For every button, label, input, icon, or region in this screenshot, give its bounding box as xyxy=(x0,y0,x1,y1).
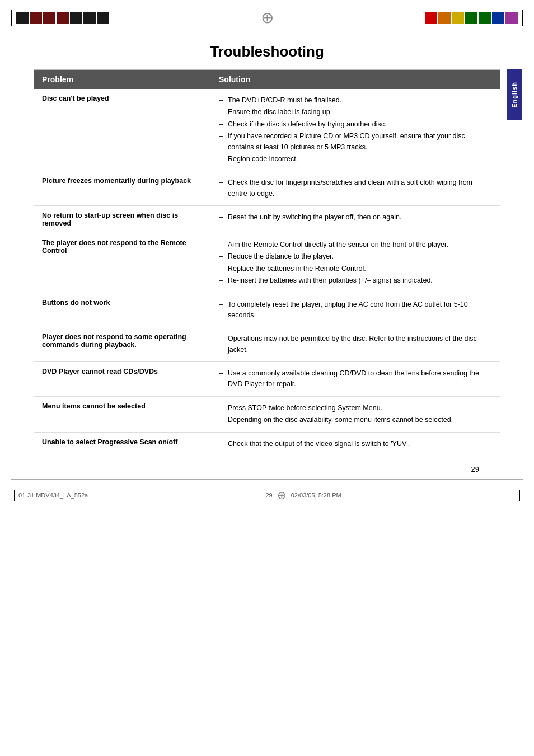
color-block-3 xyxy=(43,12,55,24)
solution-list: –Use a commonly available cleaning CD/DV… xyxy=(219,368,492,391)
table-row: No return to start-up screen when disc i… xyxy=(34,206,500,233)
color-block-r2 xyxy=(438,12,451,24)
color-block-6 xyxy=(83,12,96,24)
color-block-4 xyxy=(57,12,69,24)
problem-cell: The player does not respond to the Remot… xyxy=(34,233,212,293)
table-row: Picture freezes momentarily during playb… xyxy=(34,171,500,206)
table-row: The player does not respond to the Remot… xyxy=(34,233,500,293)
page-number: 29 xyxy=(0,456,534,473)
problem-cell: Player does not respond to some operatin… xyxy=(34,327,212,362)
solution-item: –Reduce the distance to the player. xyxy=(219,251,492,262)
border-mark-left xyxy=(11,10,12,26)
solution-item: –Replace the batteries in the Remote Con… xyxy=(219,263,492,275)
col-solution-header: Solution xyxy=(211,70,500,90)
color-block-r5 xyxy=(479,12,491,24)
problem-cell: Disc can't be played xyxy=(34,89,212,171)
solution-item: –Depending on the disc availability, som… xyxy=(219,414,492,426)
table-header-row: Problem Solution xyxy=(34,70,500,90)
solution-cell: –Aim the Remote Control directly at the … xyxy=(211,233,500,293)
table-row: Buttons do not work–To completely reset … xyxy=(34,293,500,327)
solution-item: –Check the disc for fingerprints/scratch… xyxy=(219,177,492,200)
color-block-1 xyxy=(16,12,29,24)
color-block-r3 xyxy=(452,12,464,24)
solution-cell: –Operations may not be permitted by the … xyxy=(211,327,500,362)
solution-item: –Reset the unit by switching the player … xyxy=(219,212,492,223)
solution-item: –Aim the Remote Control directly at the … xyxy=(219,239,492,251)
problem-cell: Unable to select Progressive Scan on/off xyxy=(34,432,212,456)
troubleshooting-table: Problem Solution Disc can't be played–Th… xyxy=(34,69,500,456)
footer-right: 02/03/05, 5:28 PM xyxy=(291,492,341,499)
problem-cell: No return to start-up screen when disc i… xyxy=(34,206,212,233)
bottom-border-mark-left xyxy=(14,490,15,501)
solution-cell: –The DVD+R/CD-R must be finalised.–Ensur… xyxy=(211,89,500,171)
compass-bottom: ⊕ xyxy=(277,489,287,502)
problem-cell: Menu items cannot be selected xyxy=(34,396,212,432)
solution-item: –Operations may not be permitted by the … xyxy=(219,333,492,356)
solution-item: –Press STOP twice before selecting Syste… xyxy=(219,402,492,414)
color-block-2 xyxy=(30,12,42,24)
color-block-r7 xyxy=(505,12,518,24)
table-row: DVD Player cannot read CDs/DVDs–Use a co… xyxy=(34,362,500,397)
problem-cell: DVD Player cannot read CDs/DVDs xyxy=(34,362,212,397)
solution-item: –Use a commonly available cleaning CD/DV… xyxy=(219,368,492,391)
solution-item: –Re-insert the batteries with their pola… xyxy=(219,275,492,287)
footer-left: 01-31 MDV434_LA_552a xyxy=(18,492,88,499)
solution-item: –Check that the output of the video sign… xyxy=(219,438,492,450)
solution-cell: –Use a commonly available cleaning CD/DV… xyxy=(211,362,500,397)
problem-cell: Buttons do not work xyxy=(34,293,212,327)
solution-list: –Check the disc for fingerprints/scratch… xyxy=(219,177,492,200)
solution-list: –The DVD+R/CD-R must be finalised.–Ensur… xyxy=(219,95,492,165)
solution-cell: –Reset the unit by switching the player … xyxy=(211,206,500,233)
solution-list: –Press STOP twice before selecting Syste… xyxy=(219,402,492,426)
color-block-r6 xyxy=(492,12,504,24)
solution-cell: –Check the disc for fingerprints/scratch… xyxy=(211,171,500,206)
page-title: Troubleshooting xyxy=(0,33,534,69)
border-mark-right xyxy=(522,10,523,26)
compass-icon: ⊕ xyxy=(261,8,274,27)
problem-cell: Picture freezes momentarily during playb… xyxy=(34,171,212,206)
solution-item: –To completely reset the player, unplug … xyxy=(219,299,492,322)
color-block-r1 xyxy=(425,12,437,24)
solution-item: –Check if the disc is defective by tryin… xyxy=(219,119,492,130)
solution-item: –Ensure the disc label is facing up. xyxy=(219,106,492,118)
footer-center: 29 xyxy=(266,492,273,499)
solution-cell: –Press STOP twice before selecting Syste… xyxy=(211,396,500,432)
solution-cell: –Check that the output of the video sign… xyxy=(211,432,500,456)
solution-item: –Region code incorrect. xyxy=(219,153,492,165)
table-row: Unable to select Progressive Scan on/off… xyxy=(34,432,500,456)
col-problem-header: Problem xyxy=(34,70,212,90)
color-block-7 xyxy=(97,12,109,24)
solution-item: –If you have recorded a Picture CD or MP… xyxy=(219,130,492,153)
color-block-5 xyxy=(70,12,82,24)
solution-list: –Reset the unit by switching the player … xyxy=(219,212,492,223)
table-row: Menu items cannot be selected–Press STOP… xyxy=(34,396,500,432)
solution-item: –The DVD+R/CD-R must be finalised. xyxy=(219,95,492,106)
bottom-border-mark-right xyxy=(519,490,520,501)
solution-cell: –To completely reset the player, unplug … xyxy=(211,293,500,327)
solution-list: –Check that the output of the video sign… xyxy=(219,438,492,450)
color-block-r4 xyxy=(465,12,477,24)
solution-list: –Aim the Remote Control directly at the … xyxy=(219,239,492,287)
language-tab: English xyxy=(507,69,522,120)
table-row: Player does not respond to some operatin… xyxy=(34,327,500,362)
solution-list: –Operations may not be permitted by the … xyxy=(219,333,492,356)
solution-list: –To completely reset the player, unplug … xyxy=(219,299,492,322)
table-row: Disc can't be played–The DVD+R/CD-R must… xyxy=(34,89,500,171)
